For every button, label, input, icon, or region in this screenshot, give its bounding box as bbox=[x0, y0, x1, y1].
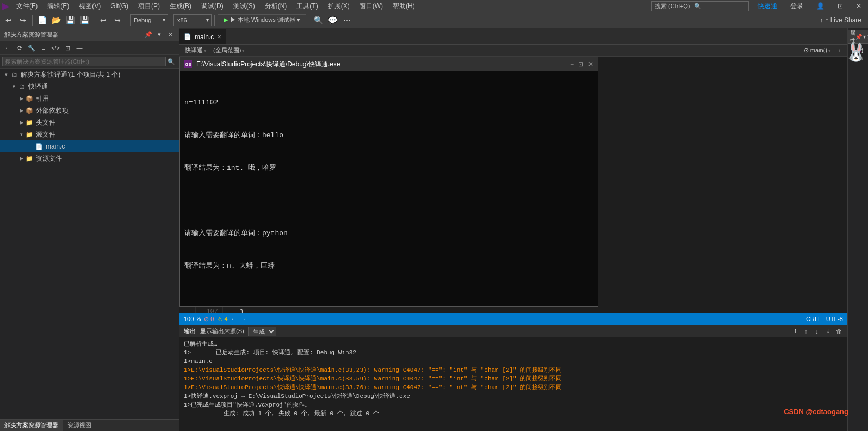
csdn-watermark: CSDN @cdtaogang bbox=[784, 408, 848, 416]
output-header: 输出 显示输出来源(S): 生成 ⤒ ↑ ↓ ⤓ 🗑 bbox=[179, 325, 847, 337]
status-nav-prev[interactable]: ← bbox=[231, 316, 237, 322]
search-input-text: 搜索 (Ctrl+Q) bbox=[655, 2, 690, 10]
scope-section-project[interactable]: 快译通 ▾ bbox=[182, 45, 210, 56]
toolbar-undo[interactable]: ↩ bbox=[97, 14, 110, 27]
toolbar-saveall[interactable]: 💾 bbox=[78, 14, 91, 27]
se-pin-btn[interactable]: 📌 bbox=[144, 30, 153, 39]
se-tab-resource[interactable]: 资源视图 bbox=[63, 420, 96, 431]
tree-references[interactable]: ▶ 📦 引用 bbox=[0, 93, 179, 104]
tree-resources[interactable]: ▶ 📁 资源文件 bbox=[0, 152, 179, 164]
scope-arrow-1: ▾ bbox=[204, 48, 207, 53]
toolbar-comment[interactable]: 💬 bbox=[326, 14, 339, 27]
main-layout: 解决方案资源管理器 📌 ▾ ✕ ← ⟳ 🔧 ≡ </> ⊡ — 🔍 bbox=[0, 28, 868, 431]
config-dropdown[interactable]: Debug bbox=[130, 14, 168, 26]
se-props-btn[interactable]: 🔧 bbox=[26, 42, 37, 53]
platform-dropdown[interactable]: x86 bbox=[173, 14, 212, 26]
output-clear[interactable]: 🗑 bbox=[834, 327, 843, 336]
menu-git[interactable]: Git(G) bbox=[106, 1, 133, 11]
output-scroll-up[interactable]: ↑ bbox=[802, 327, 810, 336]
tab-close-btn[interactable]: ✕ bbox=[217, 34, 221, 40]
toolbar-forward[interactable]: ↪ bbox=[16, 14, 29, 27]
se-tab-solution[interactable]: 解决方案资源管理器 bbox=[0, 420, 63, 431]
output-scroll-bottom[interactable]: ⤓ bbox=[823, 327, 832, 336]
search-icon: 🔍 bbox=[694, 3, 702, 10]
restore-icon[interactable]: ⊡ bbox=[833, 1, 847, 11]
toolbar-back[interactable]: ↩ bbox=[2, 14, 15, 27]
toolbar-redo[interactable]: ↪ bbox=[111, 14, 124, 27]
solution-root[interactable]: ▾ 🗂 解决方案'快译通'(1 个项目/共 1 个) bbox=[0, 69, 179, 81]
user-icon[interactable]: 👤 bbox=[812, 1, 829, 11]
se-filter-btn[interactable]: ≡ bbox=[38, 42, 49, 53]
menu-help[interactable]: 帮助(H) bbox=[388, 1, 419, 12]
se-panel-controls: 📌 ▾ ✕ bbox=[144, 30, 175, 39]
se-panel-title: 解决方案资源管理器 bbox=[4, 30, 58, 39]
se-scope-btn[interactable]: ⊡ bbox=[62, 42, 73, 53]
project-label: 快译通 bbox=[28, 82, 48, 91]
terminal-line: 请输入需要翻译的单词：hello bbox=[184, 130, 593, 141]
status-crlf[interactable]: CRLF bbox=[806, 316, 822, 322]
tree-external-deps[interactable]: ▶ 📦 外部依赖项 bbox=[0, 104, 179, 116]
terminal-maximize[interactable]: ⊡ bbox=[578, 60, 584, 68]
toolbar-open[interactable]: 📂 bbox=[49, 14, 63, 27]
tree-sources[interactable]: ▾ 📁 源文件 bbox=[0, 128, 179, 140]
menu-analyze[interactable]: 分析(N) bbox=[261, 1, 292, 12]
menu-build[interactable]: 生成(B) bbox=[165, 1, 196, 12]
sep6 bbox=[309, 15, 309, 26]
se-settings-btn[interactable]: — bbox=[74, 42, 85, 53]
status-errors[interactable]: ⊘ 0 bbox=[204, 316, 214, 323]
se-sync-btn[interactable]: ⟳ bbox=[14, 42, 25, 53]
project-root[interactable]: ▾ 🗂 快译通 bbox=[0, 81, 179, 93]
se-close-btn[interactable]: ✕ bbox=[166, 30, 175, 39]
menu-edit[interactable]: 编辑(E) bbox=[43, 1, 73, 12]
se-menu-btn[interactable]: ▾ bbox=[155, 30, 164, 39]
menu-tools[interactable]: 工具(T) bbox=[292, 1, 322, 12]
scope-bar: 快译通 ▾ (全局范围) ▾ ⊙ main() ▾ + bbox=[179, 45, 847, 57]
editor-tab-main-c[interactable]: 📄 main.c ✕ bbox=[179, 29, 226, 44]
menu-window[interactable]: 窗口(W) bbox=[355, 1, 387, 12]
right-panel-arrow[interactable]: ▾ bbox=[863, 34, 866, 40]
menu-test[interactable]: 测试(S) bbox=[229, 1, 259, 12]
status-warnings[interactable]: ⚠ 4 bbox=[217, 316, 227, 323]
status-nav-next[interactable]: → bbox=[240, 316, 246, 322]
terminal-window-controls: − ⊡ ✕ bbox=[570, 60, 593, 68]
close-icon[interactable]: ✕ bbox=[852, 1, 866, 11]
right-panel-pin[interactable]: 📌 bbox=[855, 34, 862, 40]
hdr-icon: 📁 bbox=[25, 118, 34, 127]
src-label: 源文件 bbox=[36, 130, 55, 139]
run-button[interactable]: ▶ ▶ 本地 Windows 调试器 ▾ bbox=[218, 14, 306, 26]
terminal-minimize[interactable]: − bbox=[570, 60, 574, 68]
scope-add-btn[interactable]: + bbox=[834, 45, 845, 56]
menu-login[interactable]: 登录 bbox=[786, 1, 808, 12]
se-code-btn[interactable]: </> bbox=[50, 42, 61, 53]
se-search-icon[interactable]: 🔍 bbox=[166, 56, 177, 67]
tree-headers[interactable]: ▶ 📁 头文件 bbox=[0, 116, 179, 128]
terminal-content[interactable]: n=111102 请输入需要翻译的单词：hello 翻译结果为：int. 哦，哈… bbox=[180, 71, 598, 306]
output-scroll-top[interactable]: ⤒ bbox=[791, 327, 799, 336]
live-share-button[interactable]: ↑ ↑ Live Share bbox=[815, 15, 866, 25]
toolbar-find[interactable]: 🔍 bbox=[312, 14, 325, 27]
editor-scrollbar[interactable] bbox=[840, 57, 847, 313]
project-icon: 🗂 bbox=[17, 82, 26, 91]
se-back-btn[interactable]: ← bbox=[2, 42, 13, 53]
se-search-input[interactable] bbox=[2, 57, 166, 66]
menu-debug[interactable]: 调试(D) bbox=[197, 1, 228, 12]
toolbar-more[interactable]: ⋯ bbox=[340, 14, 354, 27]
status-encoding[interactable]: UTF-8 bbox=[826, 316, 843, 322]
scope-section-global[interactable]: (全局范围) ▾ bbox=[210, 45, 248, 56]
toolbar-save[interactable]: 💾 bbox=[64, 14, 77, 27]
menu-project[interactable]: 项目(P) bbox=[134, 1, 164, 12]
toolbar-new[interactable]: 📄 bbox=[35, 14, 48, 27]
scope-section-func[interactable]: ⊙ main() ▾ bbox=[801, 46, 834, 55]
global-search-box[interactable]: 搜索 (Ctrl+Q) 🔍 bbox=[651, 1, 749, 11]
output-scroll-down[interactable]: ↓ bbox=[813, 327, 821, 336]
tree-main-c[interactable]: ▶ 📄 main.c bbox=[0, 140, 179, 152]
se-toolbar-row: ← ⟳ 🔧 ≡ </> ⊡ — bbox=[0, 41, 179, 55]
terminal-close[interactable]: ✕ bbox=[588, 60, 593, 68]
menu-file[interactable]: 文件(F) bbox=[12, 1, 42, 12]
menu-kuaiying[interactable]: 快速通 bbox=[753, 1, 782, 12]
menu-view[interactable]: 视图(V) bbox=[75, 1, 105, 12]
status-zoom[interactable]: 100 % bbox=[184, 316, 201, 322]
res-label: 资源文件 bbox=[36, 154, 62, 163]
output-source-select[interactable]: 生成 bbox=[248, 327, 276, 336]
menu-extensions[interactable]: 扩展(X) bbox=[324, 1, 354, 12]
